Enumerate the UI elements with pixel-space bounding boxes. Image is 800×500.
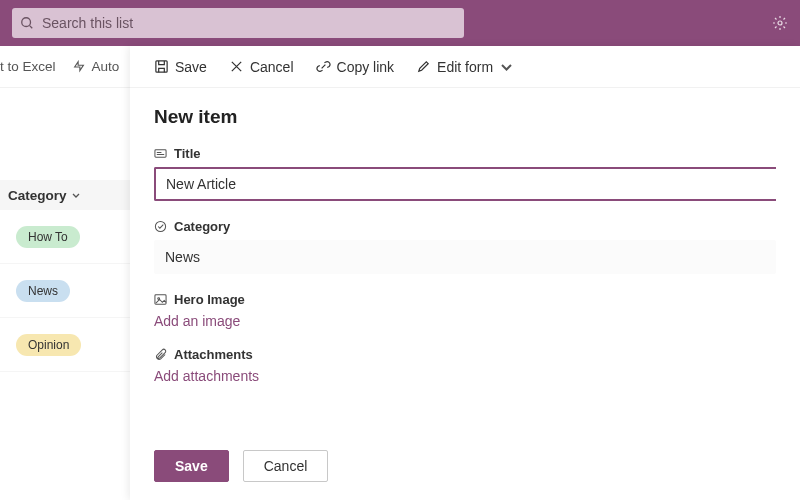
list-row[interactable]: How To: [0, 210, 130, 264]
field-label-title: Title: [154, 146, 776, 161]
search-icon: [20, 16, 34, 30]
category-pill-news: News: [16, 280, 70, 302]
text-field-icon: [154, 147, 167, 160]
close-icon: [229, 59, 244, 74]
field-label-category: Category: [154, 219, 776, 234]
field-label-attachments: Attachments: [154, 347, 776, 362]
link-icon: [316, 59, 331, 74]
new-item-panel: Save Cancel Copy link Edit form New item…: [130, 46, 800, 500]
svg-point-5: [155, 221, 165, 231]
svg-point-2: [778, 21, 782, 25]
svg-rect-3: [156, 61, 167, 72]
save-icon: [154, 59, 169, 74]
list-view-left: Category How To News Opinion: [0, 88, 130, 500]
list-row[interactable]: News: [0, 264, 130, 318]
cancel-button[interactable]: Cancel: [243, 450, 329, 482]
category-input[interactable]: [154, 240, 776, 274]
field-label-hero-image: Hero Image: [154, 292, 776, 307]
automate-fragment[interactable]: Auto: [72, 59, 120, 74]
svg-line-1: [30, 26, 33, 29]
suite-header: [0, 0, 800, 46]
toolbar-copy-link[interactable]: Copy link: [316, 59, 395, 75]
search-input[interactable]: [42, 15, 456, 31]
image-field-icon: [154, 293, 167, 306]
search-box[interactable]: [12, 8, 464, 38]
add-attachments-link[interactable]: Add attachments: [154, 368, 776, 384]
list-row[interactable]: Opinion: [0, 318, 130, 372]
toolbar-edit-form[interactable]: Edit form: [416, 59, 514, 75]
export-excel-fragment[interactable]: t to Excel: [0, 59, 56, 74]
svg-point-0: [22, 18, 31, 27]
save-button[interactable]: Save: [154, 450, 229, 482]
title-input[interactable]: [154, 167, 776, 201]
panel-heading: New item: [154, 106, 776, 128]
category-pill-howto: How To: [16, 226, 80, 248]
toolbar-cancel[interactable]: Cancel: [229, 59, 294, 75]
panel-body: New item Title Category Hero Image Add a…: [130, 88, 800, 438]
settings-icon[interactable]: [772, 15, 788, 31]
column-header-category[interactable]: Category: [0, 180, 130, 210]
panel-toolbar: Save Cancel Copy link Edit form: [130, 46, 800, 88]
add-image-link[interactable]: Add an image: [154, 313, 776, 329]
panel-footer: Save Cancel: [130, 438, 800, 500]
toolbar-save[interactable]: Save: [154, 59, 207, 75]
category-pill-opinion: Opinion: [16, 334, 81, 356]
attachment-icon: [154, 348, 167, 361]
edit-icon: [416, 59, 431, 74]
chevron-down-icon: [71, 190, 81, 200]
chevron-down-icon: [499, 59, 514, 74]
header-right: [772, 15, 788, 31]
choice-field-icon: [154, 220, 167, 233]
svg-rect-4: [155, 150, 166, 157]
list-blank-area: [0, 88, 130, 180]
